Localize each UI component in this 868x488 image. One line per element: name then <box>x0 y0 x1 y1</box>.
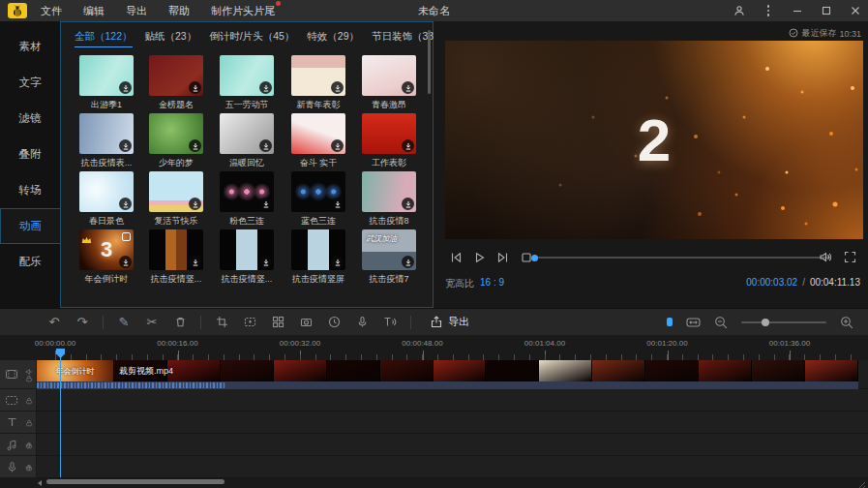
text-to-speech-button[interactable] <box>382 315 398 330</box>
library-item[interactable]: 新青年表彰 <box>291 55 345 111</box>
item-thumbnail[interactable] <box>220 171 274 212</box>
library-item[interactable]: 春日景色 <box>79 171 134 228</box>
download-icon[interactable] <box>259 256 272 268</box>
library-tab-2[interactable]: 倒计时/片头（45） <box>209 30 294 47</box>
menu-item-1[interactable]: 编辑 <box>83 4 105 18</box>
library-item[interactable]: 抗击疫情竖屏 <box>291 229 345 286</box>
download-icon[interactable] <box>331 81 344 94</box>
fit-timeline-button[interactable] <box>685 315 701 330</box>
library-item[interactable]: 五一劳动节 <box>220 55 274 111</box>
aspect-ratio[interactable]: 宽高比 16 : 9 <box>445 277 504 290</box>
download-icon[interactable] <box>119 198 132 210</box>
download-icon[interactable] <box>259 198 272 210</box>
scroll-left-arrow[interactable] <box>38 480 42 486</box>
download-icon[interactable] <box>119 81 132 94</box>
item-thumbnail[interactable] <box>220 55 274 96</box>
account-icon[interactable] <box>733 4 746 17</box>
item-thumbnail[interactable] <box>291 55 345 96</box>
item-thumbnail[interactable] <box>362 55 416 96</box>
item-thumbnail[interactable]: 3 <box>79 229 134 270</box>
preview-progress-slider[interactable] <box>531 257 831 259</box>
sidebar-item-4[interactable]: 转场 <box>0 172 60 208</box>
voiceover-mic-button[interactable] <box>354 315 370 330</box>
library-item[interactable]: 复活节快乐 <box>149 171 203 228</box>
edit-pencil-button[interactable]: ✎ <box>116 315 132 330</box>
download-icon[interactable] <box>402 81 414 94</box>
library-item[interactable]: 抗击疫情竖... <box>149 229 203 286</box>
download-icon[interactable] <box>331 198 344 210</box>
close-button[interactable] <box>849 4 862 17</box>
library-tab-1[interactable]: 贴纸（23） <box>145 30 197 47</box>
more-menu-icon[interactable] <box>762 4 775 17</box>
download-icon[interactable] <box>189 81 201 94</box>
library-item[interactable]: 抗击疫情竖... <box>220 229 274 286</box>
download-icon[interactable] <box>189 139 201 152</box>
library-item[interactable]: 武汉加油抗击疫情7 <box>362 229 416 286</box>
library-item[interactable]: 青春激昂 <box>362 55 416 111</box>
previous-frame-button[interactable] <box>449 251 464 264</box>
timeline-scrollbar[interactable] <box>46 479 224 484</box>
track-lock-icon[interactable] <box>25 391 33 409</box>
progress-handle[interactable] <box>531 255 538 261</box>
item-thumbnail[interactable] <box>291 113 345 154</box>
download-icon[interactable] <box>119 256 132 268</box>
download-icon[interactable] <box>402 198 414 210</box>
item-thumbnail[interactable] <box>149 171 203 212</box>
download-icon[interactable] <box>402 256 414 268</box>
marker-icon[interactable] <box>667 318 673 326</box>
library-item[interactable]: 粉色三连 <box>220 171 274 228</box>
play-button[interactable] <box>472 251 487 264</box>
crop-button[interactable] <box>214 315 229 330</box>
video-preview[interactable]: 2 <box>445 41 863 239</box>
window-resize-grip[interactable] <box>857 476 866 488</box>
download-icon[interactable] <box>189 198 201 210</box>
download-icon[interactable] <box>331 256 344 268</box>
mosaic-button[interactable] <box>270 315 285 330</box>
item-thumbnail[interactable] <box>149 113 203 154</box>
track-lock-icon[interactable] <box>25 436 33 453</box>
item-thumbnail[interactable] <box>291 171 345 212</box>
download-icon[interactable] <box>259 139 272 152</box>
app-logo-bee-icon[interactable] <box>8 3 27 18</box>
item-thumbnail[interactable] <box>79 113 134 154</box>
export-button[interactable]: 导出 <box>430 315 469 329</box>
sidebar-item-2[interactable]: 滤镜 <box>0 101 60 137</box>
text-track-lane[interactable] <box>37 412 868 434</box>
library-item[interactable]: 出游季1 <box>79 55 134 111</box>
library-item[interactable]: 抗击疫情表... <box>79 113 134 169</box>
split-scissors-button[interactable]: ✂ <box>144 315 160 330</box>
item-thumbnail[interactable] <box>149 229 203 270</box>
audio-waveform-band[interactable] <box>37 381 858 389</box>
track-lock-icon[interactable] <box>25 413 33 431</box>
zoom-out-button[interactable] <box>713 315 729 330</box>
next-frame-button[interactable] <box>495 251 510 264</box>
library-tab-3[interactable]: 特效（29） <box>307 30 359 47</box>
library-item[interactable]: 金榜题名 <box>149 55 203 111</box>
sidebar-item-0[interactable]: 素材 <box>0 29 60 65</box>
music-track-lane[interactable] <box>37 434 868 456</box>
sidebar-item-6[interactable]: 配乐 <box>0 244 60 280</box>
timeline-clip-countdown[interactable]: 年会倒计时 <box>37 360 114 381</box>
item-thumbnail[interactable] <box>220 113 274 154</box>
duration-clock-button[interactable] <box>326 315 342 330</box>
zoom-region-button[interactable] <box>242 315 257 330</box>
pip-track-lane[interactable] <box>37 389 868 412</box>
item-thumbnail[interactable] <box>362 171 416 212</box>
delete-trash-button[interactable] <box>172 315 188 330</box>
track-lock-icon[interactable] <box>25 369 33 386</box>
library-item[interactable]: 工作表彰 <box>362 113 416 169</box>
zoom-slider-handle[interactable] <box>762 319 769 326</box>
sidebar-item-3[interactable]: 叠附 <box>0 137 60 172</box>
menu-item-3[interactable]: 帮助 <box>168 4 190 18</box>
item-thumbnail[interactable] <box>149 55 203 96</box>
track-lock-icon[interactable] <box>25 458 33 475</box>
zoom-in-button[interactable] <box>839 315 854 330</box>
undo-button[interactable]: ↶ <box>46 315 62 330</box>
sidebar-item-5[interactable]: 动画 <box>0 208 60 244</box>
playhead-line[interactable] <box>60 350 61 477</box>
item-thumbnail[interactable] <box>291 229 345 270</box>
library-item[interactable]: 抗击疫情8 <box>362 171 416 228</box>
download-icon[interactable] <box>189 256 201 268</box>
redo-button[interactable]: ↷ <box>75 315 90 330</box>
menu-item-4[interactable]: 制作片头片尾 <box>211 4 275 18</box>
